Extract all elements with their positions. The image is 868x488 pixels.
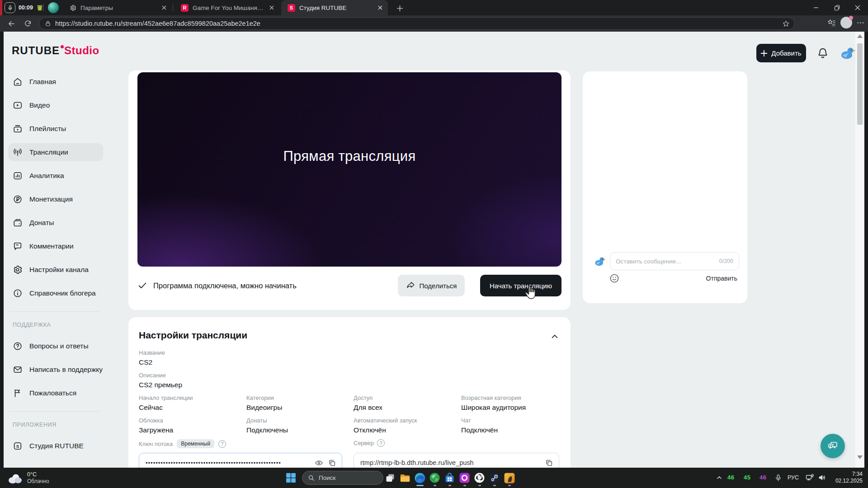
logo-text-rutube: RUTUBE xyxy=(12,44,60,57)
globe-icon[interactable] xyxy=(48,2,59,13)
help-icon[interactable]: ? xyxy=(377,439,385,447)
gear-icon xyxy=(13,265,23,275)
support-chat-fab[interactable] xyxy=(821,434,845,458)
field-label-name: Название xyxy=(139,349,165,356)
recording-timer: 00:09 xyxy=(19,5,33,11)
broadcast-preview-card: Прямая трансляция Программа подключена, … xyxy=(128,70,571,310)
collapse-chevron-button[interactable] xyxy=(550,332,560,342)
favorites-icon[interactable] xyxy=(827,19,836,27)
start-button[interactable] xyxy=(285,472,297,484)
obs-studio-button[interactable] xyxy=(473,472,486,484)
share-button[interactable]: Поделиться xyxy=(398,275,465,296)
sidebar-item-broadcasts[interactable]: Трансляции xyxy=(4,141,106,164)
eye-icon[interactable] xyxy=(315,459,323,467)
sidebar-item-channel-settings[interactable]: Настройки канала xyxy=(4,258,106,282)
tab-parameters[interactable]: Параметры xyxy=(63,0,172,15)
menu-dots-icon[interactable] xyxy=(857,19,864,27)
weather-widget[interactable]: 0°C Облачно xyxy=(6,468,49,488)
task-view-button[interactable] xyxy=(384,472,396,484)
trash-icon[interactable] xyxy=(36,4,43,11)
tab-title: Студия RUTUBE xyxy=(299,5,372,11)
share-button-label: Поделиться xyxy=(420,282,457,290)
sidebar-section-support: ПОДДЕРЖКА xyxy=(4,318,106,334)
browser-profile-avatar[interactable] xyxy=(840,17,852,28)
steam-button[interactable] xyxy=(488,472,500,484)
sidebar-item-contact-support[interactable]: Написать в поддержку xyxy=(4,358,106,381)
emoji-button[interactable] xyxy=(609,273,620,284)
window-minimize-button[interactable] xyxy=(806,0,826,15)
help-icon[interactable]: ? xyxy=(218,440,226,448)
copy-icon[interactable] xyxy=(328,459,336,467)
back-button[interactable] xyxy=(5,17,18,30)
volume-indicator[interactable] xyxy=(817,473,827,483)
tab-rutube-studio[interactable]: S Студия RUTUBE xyxy=(281,0,388,15)
tab-close-icon[interactable] xyxy=(160,4,168,12)
sidebar-item-analytics[interactable]: Аналитика xyxy=(4,164,106,188)
tab-close-icon[interactable] xyxy=(376,4,384,12)
chat-char-counter: 0/200 xyxy=(719,258,733,264)
stream-preview: Прямая трансляция xyxy=(137,72,561,267)
taskbar-clock[interactable]: 7:34 02.12.2025 xyxy=(835,471,863,484)
sidebar-item-report[interactable]: Пожаловаться xyxy=(4,381,106,405)
window-maximize-button[interactable] xyxy=(826,0,847,15)
cs2-icon xyxy=(504,472,515,484)
sidebar-item-label: Написать в поддержку xyxy=(29,366,103,374)
url-bar[interactable]: https://studio.rutube.ru/stream/452ae6e8… xyxy=(39,17,795,30)
bookmark-star-icon[interactable] xyxy=(782,20,790,28)
scrollbar-thumb[interactable] xyxy=(857,43,863,125)
green-globe-app-button[interactable] xyxy=(429,472,441,484)
chat-send-button[interactable]: Отправить xyxy=(706,275,737,282)
add-button[interactable]: Добавить xyxy=(756,44,806,62)
network-indicator[interactable] xyxy=(805,473,815,483)
sidebar-item-faq[interactable]: Вопросы и ответы xyxy=(4,334,106,358)
playlists-icon xyxy=(13,124,23,134)
field-label-description: Описание xyxy=(139,372,166,379)
chat-message-input[interactable] xyxy=(616,258,716,265)
microsoft-store-button[interactable] xyxy=(443,472,456,484)
sidebar-item-studio-app[interactable]: S Студия RUTUBE xyxy=(4,434,106,458)
refresh-button[interactable] xyxy=(21,17,34,30)
sidebar-item-comments[interactable]: Комментарии xyxy=(4,235,106,258)
field-value-start-time: Сейчас xyxy=(139,404,163,412)
plus-icon xyxy=(761,50,767,56)
channel-avatar[interactable] xyxy=(838,43,857,62)
windows-logo-icon xyxy=(285,472,297,483)
connection-status-text: Программа подключена, можно начинать xyxy=(153,282,297,290)
sidebar-item-blogger-guide[interactable]: Справочник блогера xyxy=(4,282,106,305)
sidebar-item-video[interactable]: Видео xyxy=(4,94,106,117)
copy-icon[interactable] xyxy=(545,459,553,467)
folder-icon xyxy=(399,472,411,484)
scroll-down-arrow[interactable] xyxy=(857,455,863,461)
sidebar-item-monetization[interactable]: Монетизация xyxy=(4,188,106,211)
language-indicator[interactable]: РУС xyxy=(788,474,799,481)
scroll-up-arrow[interactable] xyxy=(857,34,863,40)
file-explorer-button[interactable] xyxy=(399,472,411,484)
recording-mic-button[interactable] xyxy=(5,2,15,13)
tab-close-icon[interactable] xyxy=(268,4,276,12)
cs2-button[interactable] xyxy=(503,472,515,484)
sidebar-item-donations[interactable]: Донаты xyxy=(4,211,106,235)
add-button-label: Добавить xyxy=(771,49,801,57)
tab-game-for-you[interactable]: R Game For You Мишаня. Смотрит xyxy=(175,0,279,15)
app-running-indicator xyxy=(478,485,481,486)
info-icon xyxy=(13,288,23,298)
window-close-button[interactable] xyxy=(847,0,868,15)
task-view-icon xyxy=(385,473,396,483)
new-tab-button[interactable] xyxy=(394,3,405,14)
notifications-bell-button[interactable] xyxy=(816,47,830,60)
overlay-stat-magenta: 46 xyxy=(760,474,766,481)
sidebar-item-label: Монетизация xyxy=(29,195,73,203)
sidebar-item-playlists[interactable]: Плейлисты xyxy=(4,117,106,141)
field-label-category: Категория xyxy=(246,394,274,401)
purple-app-button[interactable] xyxy=(458,472,471,484)
taskbar-search[interactable]: Поиск xyxy=(302,471,383,485)
field-value-donations: Подключены xyxy=(246,426,288,434)
page-scrollbar[interactable] xyxy=(855,32,864,468)
sidebar-item-home[interactable]: Главная xyxy=(4,70,106,94)
tray-expand-button[interactable] xyxy=(714,473,724,483)
edge-browser-button[interactable] xyxy=(414,472,426,484)
sidebar-item-label: Вопросы и ответы xyxy=(29,342,89,350)
chat-bubbles-icon xyxy=(826,440,839,452)
start-broadcast-button[interactable]: Начать трансляцию xyxy=(480,275,561,296)
tray-microphone[interactable] xyxy=(773,473,783,483)
